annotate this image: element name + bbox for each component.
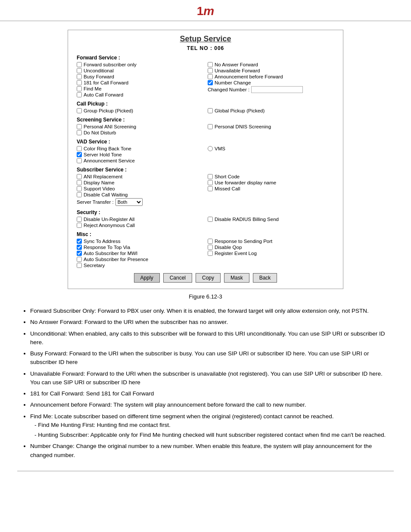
section-security: Security : bbox=[77, 209, 334, 215]
tel-no: TEL NO : 006 bbox=[77, 45, 334, 51]
back-button[interactable]: Back bbox=[253, 273, 277, 283]
forward-left: Forward subscriber only Unconditional Bu… bbox=[77, 62, 203, 98]
cb-global-pickup: Global Pickup (Picked) bbox=[208, 108, 334, 113]
cb-display-name-input[interactable] bbox=[77, 180, 82, 185]
cb-unavailable-forward: Unavailable Forward bbox=[208, 68, 334, 73]
section-screening: Screening Service : bbox=[77, 117, 334, 123]
misc-right: Response to Sending Port Disable Qop Reg… bbox=[208, 239, 334, 269]
setup-panel: Setup Service TEL NO : 006 Forward Servi… bbox=[68, 30, 343, 289]
security-row: Disable Un-Register All Reject Anonymous… bbox=[77, 217, 334, 229]
list-item: Hunting Subscriber: Applicable only for … bbox=[34, 431, 389, 439]
call-pickup-left: Group Pickup (Picked) bbox=[77, 108, 203, 114]
cb-group-pickup: Group Pickup (Picked) bbox=[77, 108, 203, 113]
cb-group-pickup-input[interactable] bbox=[77, 108, 82, 113]
cb-register-event-log-input[interactable] bbox=[208, 251, 213, 256]
cb-auto-call-forward: Auto Call Forward bbox=[77, 92, 203, 97]
cb-ani-replacement: ANI Replacement bbox=[77, 174, 203, 179]
cb-disable-unregister-all-input[interactable] bbox=[77, 217, 82, 222]
cb-short-code: Short Code bbox=[208, 174, 334, 179]
cb-announcement-service-input[interactable] bbox=[77, 158, 82, 163]
bullet-section: Forward Subscriber Only: Forward to PBX … bbox=[9, 307, 402, 471]
cb-personal-ani-input[interactable] bbox=[77, 124, 82, 129]
cb-disable-radius-input[interactable] bbox=[208, 217, 213, 222]
misc-row: Sync To Address Response To Top Via Auto… bbox=[77, 239, 334, 269]
server-transfer-select[interactable]: Both None Server Transfer bbox=[115, 198, 143, 206]
cb-sync-to-address: Sync To Address bbox=[77, 239, 203, 244]
section-forward-service: Forward Service : bbox=[77, 55, 334, 61]
list-item: Announcement before Forward: The system … bbox=[30, 401, 389, 409]
copy-button[interactable]: Copy bbox=[196, 273, 221, 283]
bottom-border bbox=[17, 471, 394, 471]
cb-auto-call-forward-input[interactable] bbox=[77, 92, 82, 97]
list-item: 181 for Call Forward: Send 181 for Call … bbox=[30, 389, 389, 398]
cb-announcement-before-forward-input[interactable] bbox=[208, 74, 213, 79]
cb-unavailable-forward-input[interactable] bbox=[208, 68, 213, 73]
cb-reject-anonymous: Reject Anonymous Call bbox=[77, 223, 203, 228]
subscriber-left: ANI Replacement Display Name Support Vid… bbox=[77, 174, 203, 207]
radio-vms-input[interactable] bbox=[208, 146, 213, 151]
cb-auto-subscriber-mwi: Auto Subscriber for MWI bbox=[77, 251, 203, 256]
main-content: Setup Service TEL NO : 006 Forward Servi… bbox=[0, 21, 411, 480]
cb-unconditional: Unconditional bbox=[77, 68, 203, 73]
changed-number-row: Changed Number : bbox=[208, 86, 334, 93]
cb-auto-subscriber-presence: Auto Subscriber for Presence bbox=[77, 257, 203, 262]
screening-right: Personal DNIS Screening bbox=[208, 124, 334, 136]
cb-response-sending-port-input[interactable] bbox=[208, 239, 213, 244]
list-item: No Answer Forward: Forward to the URI wh… bbox=[30, 318, 389, 327]
screening-left: Personal ANI Screening Do Not Disturb bbox=[77, 124, 203, 136]
cb-unconditional-input[interactable] bbox=[77, 68, 82, 73]
cancel-button[interactable]: Cancel bbox=[163, 273, 192, 283]
cb-response-sending-port: Response to Sending Port bbox=[208, 239, 334, 244]
cb-181-call-forward: 181 for Call Forward bbox=[77, 80, 203, 85]
list-item: Forward Subscriber Only: Forward to PBX … bbox=[30, 307, 389, 315]
subscriber-right: Short Code Use forwarder display name Mi… bbox=[208, 174, 334, 207]
cb-support-video-input[interactable] bbox=[77, 186, 82, 191]
subscriber-row: ANI Replacement Display Name Support Vid… bbox=[77, 174, 334, 207]
security-left: Disable Un-Register All Reject Anonymous… bbox=[77, 217, 203, 229]
cb-reject-anonymous-input[interactable] bbox=[77, 223, 82, 228]
cb-busy-forward-input[interactable] bbox=[77, 74, 82, 79]
cb-global-pickup-input[interactable] bbox=[208, 108, 213, 113]
cb-disable-unregister-all: Disable Un-Register All bbox=[77, 217, 203, 222]
cb-forward-subscriber-only-input[interactable] bbox=[77, 62, 82, 67]
cb-color-ring-back: Color Ring Back Tone bbox=[77, 146, 203, 151]
cb-use-forwarder-display-input[interactable] bbox=[208, 180, 213, 185]
list-item: Unavailable Forward: Forward to the URI … bbox=[30, 370, 389, 387]
cb-secretary: Secretary bbox=[77, 263, 203, 268]
cb-find-me-input[interactable] bbox=[77, 86, 82, 91]
cb-secretary-input[interactable] bbox=[77, 263, 82, 268]
cb-auto-subscriber-mwi-input[interactable] bbox=[77, 251, 82, 256]
cb-auto-subscriber-presence-input[interactable] bbox=[77, 257, 82, 262]
call-pickup-row: Group Pickup (Picked) Global Pickup (Pic… bbox=[77, 108, 334, 114]
cb-response-to-top-via-input[interactable] bbox=[77, 245, 82, 250]
cb-number-change-input[interactable] bbox=[208, 80, 213, 85]
cb-disable-call-waiting: Disable Call Waiting bbox=[77, 192, 203, 197]
button-row: Apply Cancel Copy Mask Back bbox=[77, 273, 334, 283]
cb-forward-subscriber-only: Forward subscriber only bbox=[77, 62, 203, 67]
cb-use-forwarder-display: Use forwarder display name bbox=[208, 180, 334, 185]
cb-server-hold-tone-input[interactable] bbox=[77, 152, 82, 157]
cb-sync-to-address-input[interactable] bbox=[77, 239, 82, 244]
bullet-list: Forward Subscriber Only: Forward to PBX … bbox=[30, 307, 389, 460]
apply-button[interactable]: Apply bbox=[134, 273, 160, 283]
changed-number-input[interactable] bbox=[251, 86, 303, 93]
cb-personal-dnis-input[interactable] bbox=[208, 124, 213, 129]
mask-button[interactable]: Mask bbox=[224, 273, 249, 283]
cb-display-name: Display Name bbox=[77, 180, 203, 185]
cb-disable-call-waiting-input[interactable] bbox=[77, 192, 82, 197]
cb-no-answer-forward-input[interactable] bbox=[208, 62, 213, 67]
cb-disable-qop-input[interactable] bbox=[208, 245, 213, 250]
cb-missed-call-input[interactable] bbox=[208, 186, 213, 191]
section-vad: VAD Service : bbox=[77, 139, 334, 145]
cb-ani-replacement-input[interactable] bbox=[77, 174, 82, 179]
cb-find-me: Find Me bbox=[77, 86, 203, 91]
sub-list: Find Me Hunting First: Hunting find me c… bbox=[34, 421, 389, 440]
cb-personal-dnis: Personal DNIS Screening bbox=[208, 124, 334, 129]
cb-no-answer-forward: No Answer Forward bbox=[208, 62, 334, 67]
cb-do-not-disturb-input[interactable] bbox=[77, 130, 82, 135]
figure-caption: Figure 6.12-3 bbox=[9, 293, 402, 300]
server-transfer-row: Server Transfer : Both None Server Trans… bbox=[77, 198, 203, 206]
cb-181-call-forward-input[interactable] bbox=[77, 80, 82, 85]
cb-short-code-input[interactable] bbox=[208, 174, 213, 179]
cb-color-ring-back-input[interactable] bbox=[77, 146, 82, 151]
